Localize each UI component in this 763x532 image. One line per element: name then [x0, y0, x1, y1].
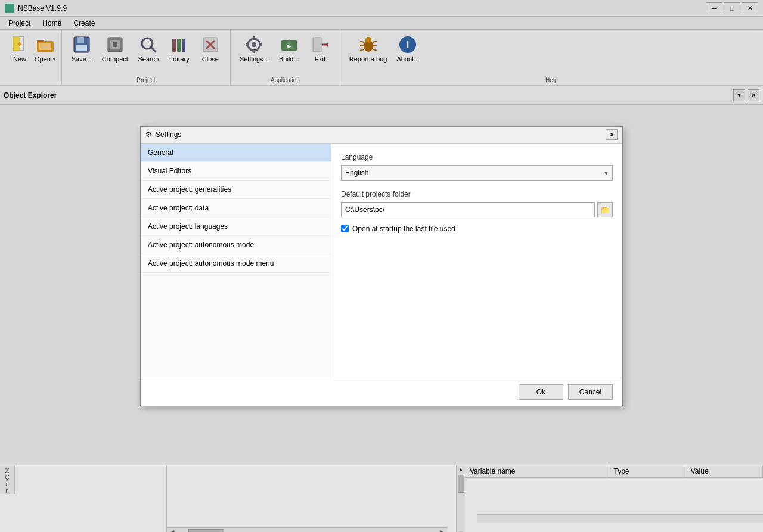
startup-checkbox-label: Open at startup the last file used: [352, 225, 455, 233]
dialog-title-text: Settings: [156, 130, 181, 139]
sidebar-item-active-project-generalities[interactable]: Active project: generalities: [141, 181, 331, 199]
language-label: Language: [341, 153, 613, 161]
folder-row: 📁: [341, 202, 613, 217]
cancel-button[interactable]: Cancel: [568, 384, 613, 400]
folder-label: Default projects folder: [341, 190, 613, 198]
folder-browse-icon: 📁: [600, 205, 610, 214]
dialog-sidebar: General Visual Editors Active project: g…: [141, 144, 331, 378]
folder-browse-button[interactable]: 📁: [597, 202, 613, 217]
settings-dialog: ⚙ Settings ✕ General Visual Editors Acti…: [140, 126, 623, 406]
ok-button[interactable]: Ok: [519, 384, 563, 400]
dialog-title-bar: ⚙ Settings ✕: [141, 127, 622, 144]
dialog-title: ⚙ Settings: [145, 130, 181, 139]
dialog-body: General Visual Editors Active project: g…: [141, 144, 622, 378]
sidebar-item-visual-editors[interactable]: Visual Editors: [141, 162, 331, 181]
language-select[interactable]: English French German Spanish Italian: [341, 165, 613, 181]
dialog-general-content: Language English French German Spanish I…: [331, 144, 622, 378]
dialog-footer: Ok Cancel: [141, 378, 622, 406]
dialog-title-icon: ⚙: [145, 130, 152, 139]
sidebar-item-active-project-data[interactable]: Active project: data: [141, 199, 331, 217]
startup-checkbox[interactable]: [341, 225, 349, 232]
sidebar-item-active-project-autonomous-mode[interactable]: Active project: autonomous mode: [141, 236, 331, 254]
folder-input[interactable]: [341, 202, 595, 217]
dialog-close-button[interactable]: ✕: [606, 129, 618, 140]
language-select-wrapper: English French German Spanish Italian ▼: [341, 165, 613, 181]
sidebar-item-general[interactable]: General: [141, 144, 331, 162]
sidebar-item-active-project-languages[interactable]: Active project: languages: [141, 217, 331, 236]
startup-checkbox-row: Open at startup the last file used: [341, 225, 613, 233]
modal-backdrop: ⚙ Settings ✕ General Visual Editors Acti…: [0, 0, 763, 532]
sidebar-item-active-project-autonomous-mode-menu[interactable]: Active project: autonomous mode menu: [141, 254, 331, 273]
